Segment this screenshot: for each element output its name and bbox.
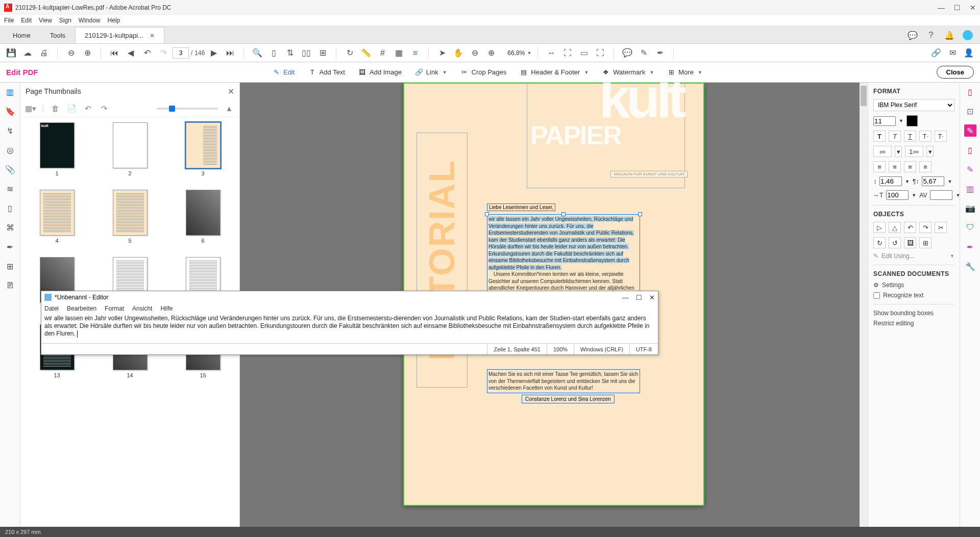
settings-label[interactable]: Settings: [882, 282, 904, 289]
notepad-maximize-icon[interactable]: ☐: [636, 294, 642, 301]
canvas-scrollbar[interactable]: [860, 83, 868, 527]
edit-pdf-rail-icon[interactable]: ✎: [964, 124, 976, 137]
crop-tool[interactable]: ✂Crop Pages: [457, 66, 510, 79]
highlight-icon[interactable]: ✎: [636, 46, 651, 60]
thumb-delete-icon[interactable]: 🗑: [50, 104, 60, 114]
link-share-icon[interactable]: 🔗: [929, 46, 943, 60]
bookmarks-rail-icon[interactable]: 🔖: [4, 105, 16, 117]
rotate-cw-obj-button[interactable]: ↻: [873, 237, 886, 248]
tags-rail-icon[interactable]: ⌘: [4, 221, 16, 234]
print-icon[interactable]: 🖨: [37, 46, 51, 60]
masthead-subtitle[interactable]: MAGAZIN FÜR KUNST UND KULTUR: [610, 171, 688, 177]
grid-icon[interactable]: #: [375, 46, 389, 60]
add-image-tool[interactable]: 🖼Add Image: [355, 66, 405, 79]
thumb-rotate-icon[interactable]: 📄: [66, 104, 77, 114]
tab-home[interactable]: Home: [3, 27, 40, 43]
menu-edit[interactable]: Edit: [21, 17, 32, 24]
font-size-input[interactable]: [873, 116, 896, 126]
superscript-button[interactable]: T·: [919, 131, 932, 142]
bold-button[interactable]: T: [873, 131, 886, 142]
zoom-plus-icon[interactable]: ⊕: [484, 46, 498, 60]
thumb-zoom-icon[interactable]: ▲: [224, 104, 234, 114]
page-number-input[interactable]: [173, 47, 189, 59]
watermark-tool[interactable]: ❖Watermark▼: [599, 66, 657, 79]
restrict-label[interactable]: Restrict editing: [873, 320, 914, 327]
maximize-button[interactable]: ☐: [954, 4, 961, 12]
target-rail-icon[interactable]: ◎: [4, 144, 16, 156]
crop-obj-button[interactable]: ✂: [935, 222, 947, 233]
create-pdf-rail-icon[interactable]: ▯: [964, 86, 976, 98]
thumb-size-slider[interactable]: [157, 108, 218, 110]
help-icon[interactable]: ?: [926, 30, 936, 40]
thumb-4[interactable]: 4: [31, 190, 83, 244]
scrolling-icon[interactable]: ⇅: [283, 46, 297, 60]
align-right-button[interactable]: ≡: [904, 161, 916, 172]
two-scroll-icon[interactable]: ⊞: [315, 46, 330, 60]
close-edit-button[interactable]: Close: [937, 66, 974, 79]
np-menu-format[interactable]: Format: [105, 305, 124, 312]
recognize-checkbox[interactable]: [873, 292, 880, 299]
bullet-list-button[interactable]: ≔: [873, 146, 892, 157]
size-caret-icon[interactable]: ▼: [899, 118, 903, 123]
np-menu-edit[interactable]: Bearbeiten: [67, 305, 96, 312]
reflow-rail-icon[interactable]: ↯: [4, 124, 16, 137]
more-tool[interactable]: ⊞More▼: [664, 66, 705, 79]
np-menu-help[interactable]: Hilfe: [160, 305, 173, 312]
user-avatar[interactable]: [963, 30, 973, 40]
read-mode-icon[interactable]: ▭: [577, 46, 591, 60]
fit-width-icon[interactable]: ↔: [544, 46, 558, 60]
fit-page-icon[interactable]: ⛶: [560, 46, 575, 60]
menu-window[interactable]: Window: [79, 17, 101, 24]
thumbnails-rail-icon[interactable]: ▥: [4, 86, 16, 98]
align-left-button[interactable]: ≡: [873, 161, 886, 172]
next-page-icon[interactable]: ▶: [207, 46, 221, 60]
font-color-swatch[interactable]: [906, 115, 918, 126]
fill-sign-rail-icon[interactable]: ✒: [964, 241, 976, 253]
edit-using-label[interactable]: Edit Using...: [881, 252, 947, 260]
show-boxes-label[interactable]: Show bounding boxes: [873, 310, 934, 317]
italic-button[interactable]: T: [889, 131, 901, 142]
rotate-right-button[interactable]: ↷: [919, 222, 932, 233]
notepad-minimize-icon[interactable]: —: [622, 294, 629, 301]
notepad-close-icon[interactable]: ✕: [649, 294, 655, 301]
menu-sign[interactable]: Sign: [59, 17, 71, 24]
kerning-input[interactable]: [930, 190, 952, 200]
bullet-caret-icon[interactable]: ▾: [895, 146, 902, 157]
thumb-options-icon[interactable]: ▦▾: [26, 104, 36, 114]
np-menu-file[interactable]: Datei: [44, 305, 59, 312]
signature-box[interactable]: Constanze Lorenz und Sina Lorenzen: [522, 395, 615, 403]
masthead-box[interactable]: kult PAPIER MAGAZIN FÜR KUNST UND KULTUR: [527, 83, 685, 188]
email-icon[interactable]: ✉: [945, 46, 960, 60]
protect-rail-icon[interactable]: 🛡: [964, 221, 976, 234]
fullscreen-icon[interactable]: ⛶: [593, 46, 607, 60]
font-family-select[interactable]: IBM Plex Serif: [873, 99, 954, 111]
hscale-input[interactable]: [886, 190, 909, 200]
bell-icon[interactable]: 🔔: [944, 30, 954, 40]
zoom-dropdown-icon[interactable]: ▼: [527, 50, 531, 56]
np-menu-view[interactable]: Ansicht: [132, 305, 152, 312]
prev-page-icon[interactable]: ◀: [124, 46, 138, 60]
notepad-window[interactable]: *Unbenannt - Editor — ☐ ✕ Datei Bearbeit…: [41, 291, 658, 355]
arrow-tool-icon[interactable]: ➤: [435, 46, 449, 60]
line-spacing-input[interactable]: [879, 176, 902, 186]
thumb-undo-icon[interactable]: ↶: [83, 104, 93, 114]
close-window-button[interactable]: ✕: [970, 4, 976, 12]
last-page-icon[interactable]: ⏭: [223, 46, 237, 60]
chat-icon[interactable]: 💬: [908, 30, 918, 40]
two-page-icon[interactable]: ▯▯: [299, 46, 313, 60]
salutation-box[interactable]: Liebe Leserinnen und Leser,: [487, 202, 555, 214]
link-tool[interactable]: 🔗Link▼: [412, 66, 450, 79]
first-page-icon[interactable]: ⏮: [107, 46, 121, 60]
add-text-tool[interactable]: TAdd Text: [305, 66, 348, 79]
structure-rail-icon[interactable]: ⊞: [4, 260, 16, 272]
notepad-title-bar[interactable]: *Unbenannt - Editor — ☐ ✕: [41, 291, 658, 303]
align-justify-button[interactable]: ≡: [919, 161, 932, 172]
redo-nav-icon[interactable]: ↷: [156, 46, 170, 60]
hand-tool-icon[interactable]: ✋: [451, 46, 465, 60]
thumb-1[interactable]: kult1: [31, 122, 83, 176]
flip-h-button[interactable]: ▷: [873, 222, 886, 233]
menu-file[interactable]: File: [4, 17, 14, 24]
tab-document[interactable]: 210129-1-kultpapi... ✕: [75, 27, 164, 43]
rotate-left-button[interactable]: ↶: [904, 222, 916, 233]
number-caret-icon[interactable]: ▾: [926, 146, 934, 157]
